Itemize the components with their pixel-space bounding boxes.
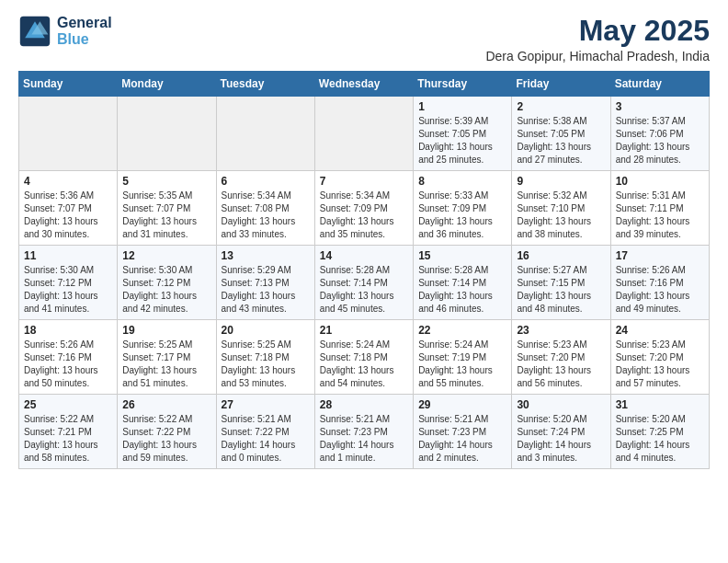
day-cell: 6Sunrise: 5:34 AM Sunset: 7:08 PM Daylig… [216, 171, 314, 246]
calendar-table: Sunday Monday Tuesday Wednesday Thursday… [18, 71, 710, 469]
day-cell: 18Sunrise: 5:26 AM Sunset: 7:16 PM Dayli… [19, 320, 118, 395]
day-cell: 17Sunrise: 5:26 AM Sunset: 7:16 PM Dayli… [610, 246, 709, 320]
day-number: 6 [222, 175, 310, 188]
day-info: Sunrise: 5:26 AM Sunset: 7:16 PM Dayligh… [24, 339, 112, 390]
day-cell: 24Sunrise: 5:23 AM Sunset: 7:20 PM Dayli… [610, 320, 709, 395]
day-cell: 16Sunrise: 5:27 AM Sunset: 7:15 PM Dayli… [512, 246, 610, 320]
day-number: 22 [418, 324, 506, 337]
header: General Blue May 2025 Dera Gopipur, Hima… [18, 15, 710, 63]
day-info: Sunrise: 5:20 AM Sunset: 7:25 PM Dayligh… [616, 413, 704, 465]
day-info: Sunrise: 5:22 AM Sunset: 7:21 PM Dayligh… [24, 413, 112, 465]
logo-icon [18, 15, 51, 48]
col-sunday: Sunday [19, 72, 118, 97]
day-number: 27 [222, 398, 310, 411]
page: General Blue May 2025 Dera Gopipur, Hima… [0, 0, 728, 484]
day-cell: 30Sunrise: 5:20 AM Sunset: 7:24 PM Dayli… [512, 395, 610, 469]
week-row-5: 25Sunrise: 5:22 AM Sunset: 7:21 PM Dayli… [19, 395, 710, 469]
day-info: Sunrise: 5:21 AM Sunset: 7:23 PM Dayligh… [320, 413, 408, 465]
week-row-1: 1Sunrise: 5:39 AM Sunset: 7:05 PM Daylig… [19, 97, 710, 171]
day-cell: 2Sunrise: 5:38 AM Sunset: 7:05 PM Daylig… [512, 97, 610, 171]
day-info: Sunrise: 5:33 AM Sunset: 7:09 PM Dayligh… [418, 190, 506, 241]
title-block: May 2025 Dera Gopipur, Himachal Pradesh,… [485, 15, 710, 63]
day-cell [314, 97, 413, 171]
day-info: Sunrise: 5:30 AM Sunset: 7:12 PM Dayligh… [122, 264, 210, 316]
col-monday: Monday [118, 72, 216, 97]
day-number: 12 [122, 249, 210, 262]
day-number: 20 [222, 324, 310, 337]
day-number: 8 [418, 175, 506, 188]
day-number: 23 [517, 324, 605, 337]
day-number: 1 [418, 100, 506, 113]
day-cell: 4Sunrise: 5:36 AM Sunset: 7:07 PM Daylig… [19, 171, 118, 246]
day-number: 19 [122, 324, 210, 337]
day-number: 28 [320, 398, 408, 411]
day-info: Sunrise: 5:31 AM Sunset: 7:11 PM Dayligh… [616, 190, 704, 241]
day-cell: 13Sunrise: 5:29 AM Sunset: 7:13 PM Dayli… [216, 246, 314, 320]
day-info: Sunrise: 5:22 AM Sunset: 7:22 PM Dayligh… [122, 413, 210, 465]
day-info: Sunrise: 5:38 AM Sunset: 7:05 PM Dayligh… [517, 115, 605, 167]
col-saturday: Saturday [610, 72, 709, 97]
day-number: 31 [616, 398, 704, 411]
calendar-body: 1Sunrise: 5:39 AM Sunset: 7:05 PM Daylig… [19, 97, 710, 469]
day-cell: 27Sunrise: 5:21 AM Sunset: 7:22 PM Dayli… [216, 395, 314, 469]
day-cell: 10Sunrise: 5:31 AM Sunset: 7:11 PM Dayli… [610, 171, 709, 246]
day-info: Sunrise: 5:30 AM Sunset: 7:12 PM Dayligh… [24, 264, 112, 316]
day-cell: 9Sunrise: 5:32 AM Sunset: 7:10 PM Daylig… [512, 171, 610, 246]
day-number: 11 [24, 249, 112, 262]
logo-text: General Blue [57, 15, 112, 48]
day-number: 18 [24, 324, 112, 337]
day-info: Sunrise: 5:34 AM Sunset: 7:09 PM Dayligh… [320, 190, 408, 241]
day-cell [19, 97, 118, 171]
day-cell [216, 97, 314, 171]
week-row-2: 4Sunrise: 5:36 AM Sunset: 7:07 PM Daylig… [19, 171, 710, 246]
col-friday: Friday [512, 72, 610, 97]
day-cell: 7Sunrise: 5:34 AM Sunset: 7:09 PM Daylig… [314, 171, 413, 246]
day-cell: 20Sunrise: 5:25 AM Sunset: 7:18 PM Dayli… [216, 320, 314, 395]
day-info: Sunrise: 5:35 AM Sunset: 7:07 PM Dayligh… [122, 190, 210, 241]
day-info: Sunrise: 5:24 AM Sunset: 7:19 PM Dayligh… [418, 339, 506, 390]
day-cell: 25Sunrise: 5:22 AM Sunset: 7:21 PM Dayli… [19, 395, 118, 469]
day-cell: 12Sunrise: 5:30 AM Sunset: 7:12 PM Dayli… [118, 246, 216, 320]
day-info: Sunrise: 5:28 AM Sunset: 7:14 PM Dayligh… [320, 264, 408, 316]
day-number: 3 [616, 100, 704, 113]
col-tuesday: Tuesday [216, 72, 314, 97]
day-number: 30 [517, 398, 605, 411]
logo: General Blue [18, 15, 112, 48]
week-row-3: 11Sunrise: 5:30 AM Sunset: 7:12 PM Dayli… [19, 246, 710, 320]
day-cell: 23Sunrise: 5:23 AM Sunset: 7:20 PM Dayli… [512, 320, 610, 395]
day-cell: 3Sunrise: 5:37 AM Sunset: 7:06 PM Daylig… [610, 97, 709, 171]
day-number: 25 [24, 398, 112, 411]
calendar-header: Sunday Monday Tuesday Wednesday Thursday… [19, 72, 710, 97]
day-info: Sunrise: 5:36 AM Sunset: 7:07 PM Dayligh… [24, 190, 112, 241]
day-number: 7 [320, 175, 408, 188]
day-number: 29 [418, 398, 506, 411]
day-number: 13 [222, 249, 310, 262]
day-cell [118, 97, 216, 171]
day-info: Sunrise: 5:21 AM Sunset: 7:23 PM Dayligh… [418, 413, 506, 465]
day-cell: 29Sunrise: 5:21 AM Sunset: 7:23 PM Dayli… [414, 395, 512, 469]
day-info: Sunrise: 5:37 AM Sunset: 7:06 PM Dayligh… [616, 115, 704, 167]
day-number: 17 [616, 249, 704, 262]
day-info: Sunrise: 5:20 AM Sunset: 7:24 PM Dayligh… [517, 413, 605, 465]
day-cell: 15Sunrise: 5:28 AM Sunset: 7:14 PM Dayli… [414, 246, 512, 320]
day-info: Sunrise: 5:34 AM Sunset: 7:08 PM Dayligh… [222, 190, 310, 241]
day-cell: 8Sunrise: 5:33 AM Sunset: 7:09 PM Daylig… [414, 171, 512, 246]
day-cell: 22Sunrise: 5:24 AM Sunset: 7:19 PM Dayli… [414, 320, 512, 395]
day-info: Sunrise: 5:27 AM Sunset: 7:15 PM Dayligh… [517, 264, 605, 316]
day-cell: 14Sunrise: 5:28 AM Sunset: 7:14 PM Dayli… [314, 246, 413, 320]
day-info: Sunrise: 5:23 AM Sunset: 7:20 PM Dayligh… [616, 339, 704, 390]
month-title: May 2025 [485, 15, 710, 47]
day-number: 4 [24, 175, 112, 188]
week-row-4: 18Sunrise: 5:26 AM Sunset: 7:16 PM Dayli… [19, 320, 710, 395]
day-info: Sunrise: 5:23 AM Sunset: 7:20 PM Dayligh… [517, 339, 605, 390]
location-subtitle: Dera Gopipur, Himachal Pradesh, India [485, 49, 710, 63]
day-info: Sunrise: 5:26 AM Sunset: 7:16 PM Dayligh… [616, 264, 704, 316]
day-cell: 28Sunrise: 5:21 AM Sunset: 7:23 PM Dayli… [314, 395, 413, 469]
day-number: 9 [517, 175, 605, 188]
day-number: 10 [616, 175, 704, 188]
day-cell: 21Sunrise: 5:24 AM Sunset: 7:18 PM Dayli… [314, 320, 413, 395]
day-cell: 19Sunrise: 5:25 AM Sunset: 7:17 PM Dayli… [118, 320, 216, 395]
day-info: Sunrise: 5:21 AM Sunset: 7:22 PM Dayligh… [222, 413, 310, 465]
day-number: 26 [122, 398, 210, 411]
day-info: Sunrise: 5:39 AM Sunset: 7:05 PM Dayligh… [418, 115, 506, 167]
